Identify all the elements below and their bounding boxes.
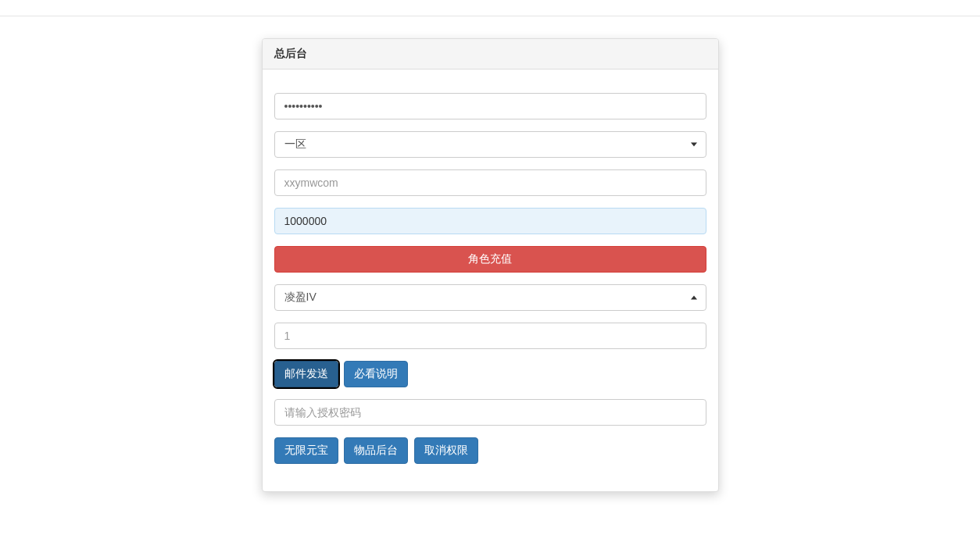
amount-input[interactable] — [274, 208, 706, 234]
password-input[interactable] — [274, 93, 706, 119]
mail-button-row: 邮件发送 必看说明 — [274, 361, 706, 387]
unlimited-yuanbao-button[interactable]: 无限元宝 — [274, 437, 338, 464]
cancel-permission-button[interactable]: 取消权限 — [414, 437, 478, 464]
zone-select-wrap: 一区 — [274, 131, 706, 158]
panel-body: 一区 角色充值 凌盈IV 邮件发送 必看说明 无限元宝 物品后台 取消权限 — [263, 70, 718, 491]
footer-button-row: 无限元宝 物品后台 取消权限 — [274, 437, 706, 464]
auth-password-input[interactable] — [274, 399, 706, 426]
role-select[interactable]: 凌盈IV — [274, 284, 706, 311]
main-panel: 总后台 一区 角色充值 凌盈IV 邮件发送 必看说明 无限元宝 物品后台 — [262, 38, 719, 492]
mail-send-button[interactable]: 邮件发送 — [274, 361, 338, 387]
quantity-input[interactable] — [274, 323, 706, 349]
top-divider — [0, 16, 980, 16]
zone-select[interactable]: 一区 — [274, 131, 706, 158]
item-backend-button[interactable]: 物品后台 — [344, 437, 408, 464]
role-select-wrap: 凌盈IV — [274, 284, 706, 311]
recharge-button[interactable]: 角色充值 — [274, 246, 706, 273]
must-read-button[interactable]: 必看说明 — [344, 361, 408, 387]
account-input[interactable] — [274, 169, 706, 196]
panel-title: 总后台 — [263, 39, 718, 70]
